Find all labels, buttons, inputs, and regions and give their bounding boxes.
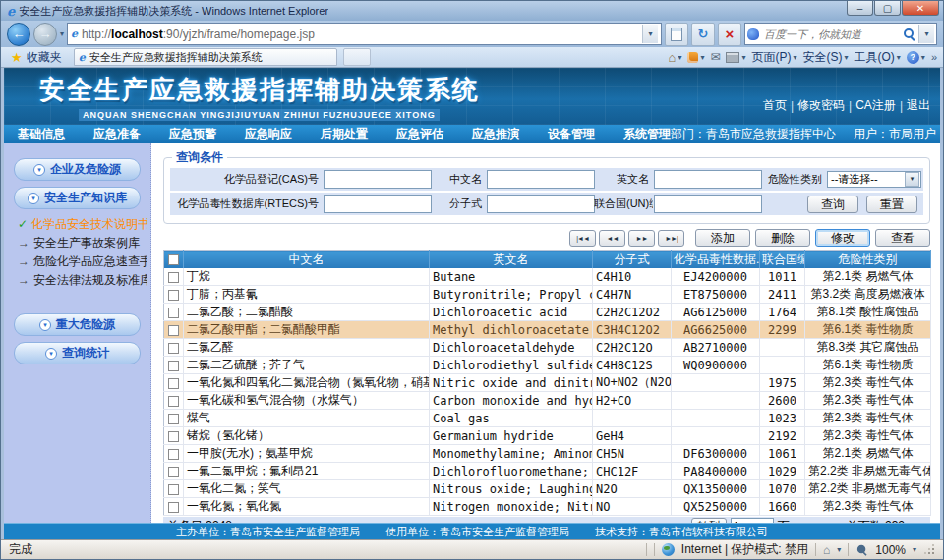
nav-item-6[interactable]: 应急评估 (396, 126, 443, 142)
print-button[interactable]: ▾ (726, 52, 745, 63)
history-dropdown-icon[interactable]: ▾ (60, 29, 64, 38)
refresh-button[interactable]: ↻ (691, 23, 715, 46)
search-dropdown[interactable]: ▾ (918, 25, 934, 43)
prev-page-button[interactable]: ◄◄ (599, 230, 625, 247)
hazard-class-select[interactable]: --请选择-- ▾ (827, 171, 921, 188)
view-button[interactable]: 查看 (875, 229, 930, 247)
address-field[interactable]: e http://localhost:90/yjzh/frame/homepag… (67, 23, 662, 45)
search-box[interactable]: ▾ (744, 23, 937, 45)
address-dropdown[interactable]: ▾ (642, 25, 658, 43)
formula-input[interactable] (487, 195, 595, 213)
resize-grip[interactable] (925, 545, 935, 555)
table-row[interactable]: 煤气Coal gas1023第2.3类 毒性气体 (164, 410, 931, 427)
table-row[interactable]: 二氯乙酸甲酯；二氯醋酸甲酯Methyl dichloroacetateC3H4C… (164, 321, 931, 339)
header-link-4[interactable]: 退出 (907, 97, 930, 114)
table-row[interactable]: 一氟二氯甲烷；氟利昂21Dichlorofluoromethane; Freon… (164, 463, 931, 480)
rtecs-input[interactable] (324, 195, 432, 213)
table-row[interactable]: 一氧化氮和四氧化二氮混合物（氮氧化物，硝基气，氧化氮气体）Nitric oxid… (164, 374, 931, 392)
table-row[interactable]: 二氯乙醛DichloroacetaldehydeC2H2C12OAB271000… (164, 339, 931, 357)
table-row[interactable]: 丁腈；丙基氰Butyronitrile; Propyl cyanideC4H7N… (164, 286, 931, 304)
new-tab-button[interactable] (343, 48, 371, 66)
nav-item-7[interactable]: 应急推演 (472, 126, 519, 142)
compatibility-view-button[interactable] (665, 23, 688, 46)
help-menu[interactable]: ?▾ (907, 51, 925, 64)
nav-item-1[interactable]: 基础信息 (18, 126, 65, 142)
chevron-down-icon[interactable]: ▾ (913, 545, 916, 554)
favorites-button[interactable]: ★ 收藏夹 (5, 49, 68, 66)
read-mail-button[interactable]: ✉ (710, 50, 720, 64)
zoom-icon[interactable] (856, 544, 867, 555)
select-all-checkbox[interactable] (168, 254, 179, 265)
first-page-button[interactable]: |◄◄ (569, 230, 596, 247)
chevron-down-icon[interactable]: ▾ (837, 545, 841, 554)
stop-button[interactable]: × (718, 23, 741, 46)
sidebar-group-4[interactable]: ▾查询统计 (14, 342, 141, 364)
sidebar-item-2-1[interactable]: ✓化学品安全技术说明书 (18, 215, 147, 234)
table-row[interactable]: 锗烷（氢化锗）Germanium hydrideGeH42192第2.3类 毒性… (164, 427, 931, 445)
cn-name-input[interactable] (487, 170, 595, 189)
row-checkbox[interactable] (168, 414, 179, 424)
close-button[interactable]: ✕ (902, 1, 939, 16)
sidebar-group-2[interactable]: ▾安全生产知识库 (14, 187, 141, 209)
command-overflow-button[interactable]: » (931, 51, 937, 63)
row-checkbox[interactable] (168, 396, 179, 407)
safety-menu[interactable]: 安全(S)▾ (803, 49, 849, 66)
protected-mode-icon[interactable]: ⌂ (823, 543, 830, 557)
row-checkbox[interactable] (168, 308, 179, 318)
row-checkbox[interactable] (168, 502, 179, 513)
table-row[interactable]: 一甲胺(无水)；氨基甲烷Monomethylamine; Aminomethan… (164, 445, 931, 463)
row-checkbox[interactable] (168, 290, 179, 301)
sidebar-item-2-4[interactable]: →安全法律法规及标准库 (18, 271, 147, 290)
feeds-button[interactable]: ▾ (687, 52, 704, 63)
row-checkbox[interactable] (168, 378, 179, 389)
nav-item-3[interactable]: 应急预警 (169, 126, 216, 142)
search-button[interactable]: 查询 (807, 196, 858, 213)
search-icon[interactable] (903, 28, 915, 40)
table-row[interactable]: 二氯乙酸；二氯醋酸Dichloroacetic acidC2H2C12O2AG6… (164, 304, 931, 321)
row-checkbox[interactable] (168, 467, 179, 477)
page-menu[interactable]: 页面(P)▾ (751, 49, 796, 66)
row-checkbox[interactable] (168, 361, 179, 371)
tools-menu[interactable]: 工具(O)▾ (855, 49, 901, 66)
minimize-button[interactable]: – (847, 1, 873, 16)
row-checkbox[interactable] (168, 272, 179, 283)
header-link-2[interactable]: 修改密码 (797, 97, 845, 114)
reset-button[interactable]: 重置 (866, 196, 917, 213)
table-row[interactable]: 一氧化氮；氧化氮Nitrogen monoxide; Nitric oxideN… (164, 498, 931, 516)
sidebar-item-2-2[interactable]: →安全生产事故案例库 (18, 234, 147, 252)
row-checkbox[interactable] (168, 325, 179, 336)
table-row[interactable]: 一氧化碳和氢气混合物（水煤气）Carbon monoxide and hydro… (164, 392, 931, 410)
header-link-1[interactable]: 首页 (763, 97, 787, 114)
un-number-input[interactable] (654, 195, 762, 213)
browser-tab[interactable]: e 安全生产应急救援指挥辅助决策系统 (74, 48, 337, 66)
sidebar-item-2-3[interactable]: →危险化学品应急速查手... (18, 252, 147, 271)
nav-item-9[interactable]: 系统管理 (623, 126, 671, 142)
row-checkbox[interactable] (168, 449, 179, 460)
nav-item-4[interactable]: 应急响应 (245, 126, 292, 142)
modify-button[interactable]: 修改 (815, 229, 870, 247)
nav-item-5[interactable]: 后期处置 (321, 126, 368, 142)
table-row[interactable]: 二氯二乙硫醚；芥子气Dichlorodiethyl sulfide; Musta… (164, 357, 931, 374)
sidebar-group-3[interactable]: ▾重大危险源 (14, 313, 141, 336)
row-checkbox[interactable] (168, 484, 179, 495)
row-checkbox[interactable] (168, 343, 179, 354)
last-page-button[interactable]: ►►| (658, 230, 684, 247)
table-row[interactable]: 一氧化二氮；笑气Nitrous oxide; Laughing gasN2OQX… (164, 480, 931, 498)
back-button[interactable]: ← (7, 23, 30, 46)
cell-english-name: Butyronitrile; Propyl cyanide (430, 286, 593, 304)
forward-button[interactable]: → (33, 23, 57, 46)
delete-button[interactable]: 删除 (755, 229, 810, 247)
header-link-3[interactable]: CA注册 (856, 97, 896, 114)
cas-input[interactable] (324, 170, 432, 189)
en-name-input[interactable] (654, 170, 762, 189)
home-button[interactable]: ⌂▾ (669, 50, 682, 65)
nav-item-8[interactable]: 设备管理 (548, 126, 595, 142)
nav-item-2[interactable]: 应急准备 (93, 126, 141, 142)
next-page-button[interactable]: ►► (628, 230, 655, 247)
table-row[interactable]: 丁烷ButaneC4H10EJ42000001011第2.1类 易燃气体 (164, 268, 931, 286)
row-checkbox[interactable] (168, 431, 179, 442)
sidebar-group-1[interactable]: ▾企业及危险源 (14, 158, 141, 181)
search-input[interactable] (762, 28, 900, 41)
maximize-button[interactable]: ▢ (874, 1, 901, 16)
add-button[interactable]: 添加 (695, 229, 750, 247)
